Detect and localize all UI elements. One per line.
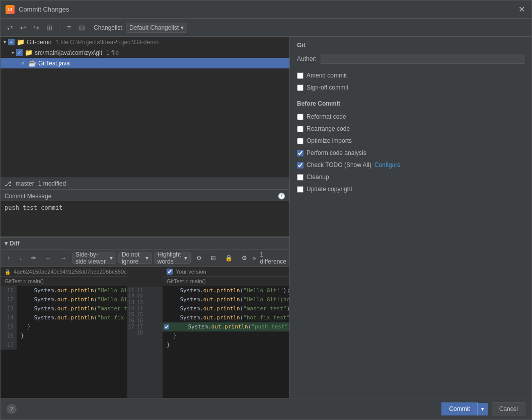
amend-commit-checkbox[interactable]	[297, 72, 303, 79]
modified-count: 1 modified	[38, 180, 66, 187]
next-diff-button[interactable]: ↓	[16, 253, 26, 264]
file-tree[interactable]: ▾ ✓ 📁 Git-demo 1 file G:\Projects\IdeaPr…	[1, 37, 289, 178]
changelist-label: Changelist:	[94, 24, 124, 31]
lock-icon-btn[interactable]: 🔒	[221, 253, 236, 264]
right-code-area: System.out.println("Hello Git!"); System…	[163, 286, 289, 359]
tree-checkbox-file[interactable]: ✓	[20, 60, 26, 66]
rearrange-row[interactable]: Rearrange code	[297, 124, 524, 133]
settings-icon-btn[interactable]: ⚙	[193, 253, 205, 264]
line-15-checkbox[interactable]	[164, 324, 169, 329]
your-version-checkbox[interactable]	[167, 269, 173, 275]
commit-message-input[interactable]: push test commit	[1, 201, 289, 236]
mid-line-17: 17 17	[127, 323, 163, 329]
redo-button[interactable]: ↪	[31, 22, 42, 33]
left-line-12: 12 System.out.println("Hello Git!(hot-fi…	[1, 295, 127, 304]
toolbar: ⇄ ↩ ↪ ⊞ ≡ ⊟ Changelist: Default Changeli…	[1, 19, 531, 37]
right-diff-panel[interactable]: Your version GitTest > main() System.out…	[163, 267, 289, 398]
gear-icon-btn[interactable]: ⚙	[238, 253, 251, 264]
chevron-icon[interactable]: ▾	[4, 39, 6, 45]
rearrange-label: Rearrange code	[307, 125, 350, 132]
commit-message-label: Commit Message	[5, 193, 51, 200]
sign-off-row[interactable]: Sign-off commit	[297, 83, 524, 92]
ignore-mode-select[interactable]: Do not ignore ▾	[118, 253, 152, 264]
ignore-mode-dropdown-icon: ▾	[145, 255, 148, 262]
tree-item-file[interactable]: ✓ ☕ GitTest.java	[1, 58, 289, 68]
right-line-12: System.out.println("Hello Git!(hot-fix)"…	[163, 295, 289, 304]
changelist-dropdown-icon: ▾	[181, 24, 184, 31]
author-input[interactable]	[321, 54, 524, 64]
collapse-all-button[interactable]: ⊟	[77, 22, 88, 33]
right-breadcrumb-row: GitTest > main()	[163, 277, 289, 286]
subfolder-icon: 📁	[25, 49, 33, 56]
amend-commit-row[interactable]: Amend commit	[297, 71, 524, 80]
reformat-label: Reformat code	[307, 113, 346, 120]
update-copyright-row[interactable]: Update copyright	[297, 185, 524, 194]
move-to-changelist-button[interactable]: ⇄	[5, 22, 16, 33]
left-line-17: 17	[1, 341, 127, 350]
changelist-value: Default Changelist	[129, 24, 179, 31]
viewer-mode-dropdown-icon: ▾	[110, 255, 113, 262]
clock-icon[interactable]: 🕐	[278, 193, 285, 200]
viewer-mode-label: Side-by-side viewer	[75, 251, 108, 265]
reformat-checkbox[interactable]	[297, 114, 303, 120]
tree-item-root[interactable]: ▾ ✓ 📁 Git-demo 1 file G:\Projects\IdeaPr…	[1, 37, 289, 47]
perform-analysis-checkbox[interactable]	[297, 150, 303, 156]
java-file-icon: ☕	[28, 59, 36, 67]
cancel-button[interactable]: Cancel	[492, 402, 525, 415]
cleanup-checkbox[interactable]	[297, 174, 303, 181]
viewer-mode-select[interactable]: Side-by-side viewer ▾	[72, 253, 116, 264]
left-diff-panel[interactable]: 🔒 4ae624150ae240c9491258a07bed206bc860c8…	[1, 267, 127, 398]
branch-icon: ⎇	[5, 180, 12, 187]
mid-line-11: 11 11	[127, 287, 163, 293]
mid-line-18: 18	[127, 329, 163, 335]
undo-button[interactable]: ↩	[18, 22, 29, 33]
tree-checkbox-root[interactable]: ✓	[8, 39, 15, 45]
optimize-checkbox[interactable]	[297, 138, 303, 144]
edit-button[interactable]: ✏	[28, 253, 40, 264]
configure-link[interactable]: Configure	[374, 161, 401, 169]
changelist-select[interactable]: Default Changelist ▾	[126, 23, 187, 33]
main-content: ▾ ✓ 📁 Git-demo 1 file G:\Projects\IdeaPr…	[1, 37, 531, 398]
cleanup-row[interactable]: Cleanup	[297, 173, 524, 182]
commit-message-label-row: Commit Message 🕐	[1, 190, 289, 201]
commit-dialog: IJ Commit Changes ✕ ⇄ ↩ ↪ ⊞ ≡ ⊟ Changeli…	[0, 0, 532, 420]
amend-commit-label: Amend commit	[307, 72, 347, 79]
tree-label-folder: src\main\java\com\zyx\git	[35, 49, 102, 56]
expand-all-button[interactable]: ≡	[63, 22, 74, 33]
left-code-area: 11 System.out.println("Hello Git!"); 12 …	[1, 286, 127, 350]
rearrange-checkbox[interactable]	[297, 126, 303, 132]
perform-analysis-row[interactable]: Perform code analysis	[297, 148, 524, 157]
diff-collapse-icon[interactable]: ▾	[5, 240, 8, 247]
optimize-row[interactable]: Optimize imports	[297, 136, 524, 145]
ignore-mode-label: Do not ignore	[122, 251, 144, 265]
prev-diff-button[interactable]: ↑	[4, 253, 14, 264]
chevron-icon-folder[interactable]: ▾	[12, 50, 14, 55]
tree-checkbox-folder[interactable]: ✓	[16, 49, 23, 56]
forward-button[interactable]: →	[57, 253, 70, 264]
reformat-row[interactable]: Reformat code	[297, 112, 524, 121]
tree-view-button[interactable]: ⊞	[44, 22, 55, 33]
highlight-mode-select[interactable]: Highlight words ▾	[154, 253, 191, 264]
right-line-15-added: System.out.println("push test");	[163, 322, 289, 331]
author-label: Author:	[297, 55, 317, 62]
bottom-bar: ? Commit ▾ Cancel	[1, 398, 531, 419]
optimize-label: Optimize imports	[307, 137, 352, 144]
help-button[interactable]: ?	[7, 404, 17, 414]
check-todo-row[interactable]: Check TODO (Show All) Configure	[297, 160, 524, 170]
close-button[interactable]: ✕	[516, 5, 526, 15]
commit-button[interactable]: Commit	[441, 402, 477, 415]
commit-dropdown-button[interactable]: ▾	[478, 403, 488, 415]
columns-icon-btn[interactable]: ⊟	[207, 253, 219, 264]
sign-off-checkbox[interactable]	[297, 85, 303, 91]
action-buttons: Commit ▾ Cancel	[441, 402, 525, 415]
tree-item-folder[interactable]: ▾ ✓ 📁 src\main\java\com\zyx\git 1 file	[1, 47, 289, 58]
left-diff-header: 🔒 4ae624150ae240c9491258a07bed206bc860c8…	[1, 267, 127, 277]
right-version-label: Your version	[176, 269, 206, 275]
update-copyright-checkbox[interactable]	[297, 186, 303, 193]
cleanup-label: Cleanup	[307, 174, 329, 181]
tree-label-root: Git-demo	[27, 39, 51, 46]
back-button[interactable]: ←	[42, 253, 55, 264]
right-line-14: System.out.println("hot-fix test");	[163, 313, 289, 322]
check-todo-checkbox[interactable]	[297, 162, 303, 169]
left-file-hash: 4ae624150ae240c9491258a07bed206bc860c850	[14, 269, 127, 275]
